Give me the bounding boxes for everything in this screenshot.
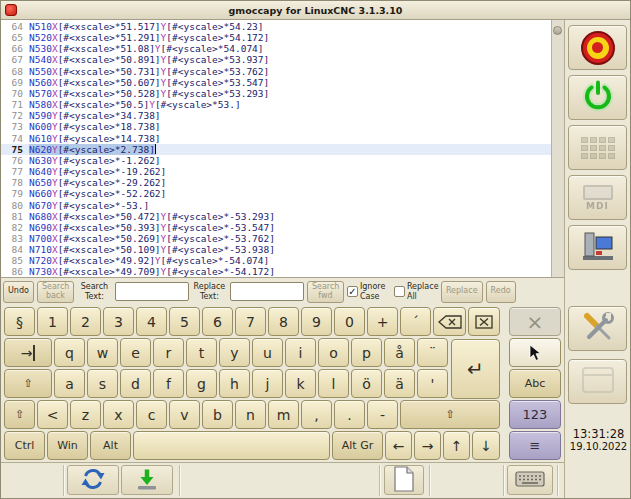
- machine-button[interactable]: [568, 225, 627, 270]
- undo-button[interactable]: Undo: [3, 281, 34, 303]
- key-6[interactable]: 6: [202, 307, 233, 336]
- code-line[interactable]: 80N670Y[#<yscale>*-53.]: [1, 200, 551, 211]
- key-abc[interactable]: Abc: [509, 369, 561, 398]
- search-fwd-button[interactable]: Search fwd: [307, 281, 344, 303]
- code-line[interactable]: 65N520X[#<xscale>*51.291]Y[#<yscale>*54.…: [1, 32, 551, 43]
- search-back-button[interactable]: Search back: [37, 281, 74, 303]
- key-1[interactable]: 1: [37, 307, 68, 336]
- key-3[interactable]: 3: [103, 307, 134, 336]
- key-space[interactable]: [133, 431, 330, 460]
- key-x[interactable]: x: [103, 400, 134, 429]
- key-d[interactable]: d: [120, 369, 151, 398]
- reload-button[interactable]: [67, 465, 119, 495]
- key-.[interactable]: .: [334, 400, 365, 429]
- key-arrow-left[interactable]: ←: [385, 431, 412, 460]
- code-line[interactable]: 82N690X[#<xscale>*50.393]Y[#<yscale>*-53…: [1, 222, 551, 233]
- key-caps-shift[interactable]: ⇧: [4, 369, 52, 398]
- key-s[interactable]: s: [87, 369, 118, 398]
- code-line[interactable]: 85N720X[#<xscale>*49.92]Y[#<yscale>*-54.…: [1, 255, 551, 266]
- key-y[interactable]: y: [219, 338, 250, 367]
- estop-button[interactable]: [568, 25, 627, 70]
- key-menu[interactable]: ≡: [509, 431, 561, 460]
- replace-text-input[interactable]: [230, 282, 304, 301]
- code-line[interactable]: 73N600Y[#<yscale>*18.738]: [1, 121, 551, 132]
- key-altgr[interactable]: Alt Gr: [332, 431, 383, 460]
- power-button[interactable]: [568, 75, 627, 120]
- key-8[interactable]: 8: [268, 307, 299, 336]
- key-0[interactable]: 0: [334, 307, 365, 336]
- scrollbar-thumb[interactable]: [553, 26, 562, 35]
- code-line[interactable]: 74N610Y[#<yscale>*14.738]: [1, 133, 551, 144]
- code-line[interactable]: 66N530X[#<xscale>*51.08]Y[#<yscale>*54.0…: [1, 43, 551, 54]
- key-shift-right[interactable]: ⇧: [400, 400, 500, 429]
- code-line[interactable]: 78N650Y[#<yscale>*-29.262]: [1, 177, 551, 188]
- title-bar[interactable]: gmoccapy for LinuxCNC 3.1.3.10: [1, 1, 630, 20]
- key-¨[interactable]: ¨: [417, 338, 448, 367]
- key-t[interactable]: t: [186, 338, 217, 367]
- code-line[interactable]: 68N550X[#<xscale>*50.731]Y[#<yscale>*53.…: [1, 66, 551, 77]
- key-clear[interactable]: [468, 307, 500, 336]
- keyboard-toggle-button[interactable]: [507, 465, 553, 495]
- key-2[interactable]: 2: [70, 307, 101, 336]
- replace-button[interactable]: Replace: [441, 281, 483, 303]
- key-f[interactable]: f: [153, 369, 184, 398]
- key-ö[interactable]: ö: [351, 369, 382, 398]
- search-text-input[interactable]: [115, 282, 189, 301]
- key-<[interactable]: <: [37, 400, 68, 429]
- code-line[interactable]: 84N710X[#<xscale>*50.109]Y[#<yscale>*-53…: [1, 244, 551, 255]
- code-line[interactable]: 69N560X[#<xscale>*50.607]Y[#<yscale>*53.…: [1, 77, 551, 88]
- key-å[interactable]: å: [384, 338, 415, 367]
- key-pointer[interactable]: [509, 338, 561, 367]
- key-e[interactable]: e: [120, 338, 151, 367]
- key-c[interactable]: c: [136, 400, 167, 429]
- key-b[interactable]: b: [202, 400, 233, 429]
- save-button[interactable]: [121, 465, 173, 495]
- key-ä[interactable]: ä: [384, 369, 415, 398]
- key-123[interactable]: 123: [509, 400, 561, 429]
- key-p[interactable]: p: [351, 338, 382, 367]
- code-line[interactable]: 83N700X[#<xscale>*50.269]Y[#<yscale>*-53…: [1, 233, 551, 244]
- code-line[interactable]: 70N570X[#<xscale>*50.528]Y[#<yscale>*53.…: [1, 88, 551, 99]
- key-+[interactable]: +: [367, 307, 398, 336]
- key-o[interactable]: o: [318, 338, 349, 367]
- key-4[interactable]: 4: [136, 307, 167, 336]
- ignore-case-checkbox[interactable]: ✓: [347, 286, 358, 297]
- new-file-button[interactable]: [384, 465, 424, 495]
- key-§[interactable]: §: [4, 307, 35, 336]
- redo-button[interactable]: Redo: [486, 281, 516, 303]
- key-j[interactable]: j: [252, 369, 283, 398]
- code-line[interactable]: 79N660Y[#<yscale>*-52.262]: [1, 188, 551, 199]
- key-'[interactable]: ': [417, 369, 448, 398]
- key-´[interactable]: ´: [400, 307, 431, 336]
- code-line[interactable]: 81N680X[#<xscale>*50.472]Y[#<yscale>*-53…: [1, 211, 551, 222]
- key-close[interactable]: ×: [509, 307, 561, 336]
- key-z[interactable]: z: [70, 400, 101, 429]
- key-enter[interactable]: ↵: [451, 339, 500, 399]
- key-k[interactable]: k: [285, 369, 316, 398]
- key-v[interactable]: v: [169, 400, 200, 429]
- key-n[interactable]: n: [235, 400, 266, 429]
- key-9[interactable]: 9: [301, 307, 332, 336]
- key-a[interactable]: a: [54, 369, 85, 398]
- code-line[interactable]: 64N510X[#<xscale>*51.517]Y[#<yscale>*54.…: [1, 21, 551, 32]
- code-line[interactable]: 72N590Y[#<yscale>*34.738]: [1, 110, 551, 121]
- key--[interactable]: -: [367, 400, 398, 429]
- key-l[interactable]: l: [318, 369, 349, 398]
- code-line[interactable]: 67N540X[#<xscale>*50.891]Y[#<yscale>*53.…: [1, 54, 551, 65]
- editor-scrollbar[interactable]: [551, 20, 564, 277]
- key-arrow-up[interactable]: ↑: [443, 431, 470, 460]
- key-win[interactable]: Win: [47, 431, 88, 460]
- key-r[interactable]: r: [153, 338, 184, 367]
- key-q[interactable]: q: [54, 338, 85, 367]
- key-g[interactable]: g: [186, 369, 217, 398]
- key-alt[interactable]: Alt: [90, 431, 131, 460]
- key-w[interactable]: w: [87, 338, 118, 367]
- keypad-button[interactable]: [568, 125, 627, 170]
- code-line[interactable]: 86N730X[#<xscale>*49.709]Y[#<yscale>*-54…: [1, 266, 551, 277]
- key-arrow-down[interactable]: ↓: [472, 431, 500, 460]
- mdi-button[interactable]: MDI: [568, 175, 627, 220]
- key-tab[interactable]: →: [4, 338, 52, 367]
- key-shift-left[interactable]: ⇧: [4, 400, 35, 429]
- key-m[interactable]: m: [268, 400, 299, 429]
- key-,[interactable]: ,: [301, 400, 332, 429]
